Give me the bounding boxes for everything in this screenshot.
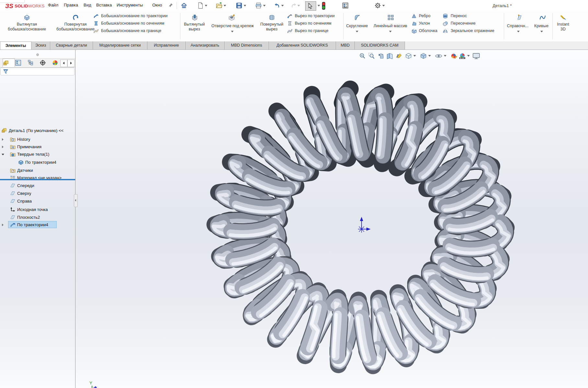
menu-insert[interactable]: Вставка (96, 3, 112, 7)
reference-geometry-caret[interactable] (517, 31, 520, 32)
tab-weldments[interactable]: Сварные детали (50, 41, 93, 50)
mirror-icon[interactable] (443, 28, 448, 34)
rib-button[interactable]: Ребро (419, 14, 431, 18)
boss-boundary-icon[interactable] (93, 28, 99, 34)
boss-boundary-button[interactable]: Бобышка/основание на границе (101, 28, 161, 33)
draft-button[interactable]: Уклон (419, 21, 430, 26)
home-icon[interactable] (181, 2, 187, 9)
tree-item-label[interactable]: По траектории4 (25, 159, 56, 166)
cut-loft-button[interactable]: Вырез по сечениям (295, 21, 331, 26)
shell-button[interactable]: Оболочка (419, 28, 437, 33)
wrap-button[interactable]: Перенос (451, 14, 467, 18)
wrap-icon[interactable] (443, 13, 448, 19)
tab-mbd[interactable]: MBD (336, 41, 355, 50)
tab-property-manager[interactable] (15, 59, 27, 67)
draft-icon[interactable] (411, 21, 417, 26)
boss-extrude-icon[interactable] (23, 14, 30, 21)
open-caret[interactable] (224, 5, 226, 6)
open-icon[interactable] (216, 2, 222, 9)
manager-tabs-scroll-left[interactable] (60, 60, 67, 67)
tree-item-label[interactable]: Справа (17, 198, 32, 205)
menu-edit[interactable]: Правка (64, 3, 78, 7)
collapse-icon[interactable] (2, 154, 4, 155)
tab-dimxpert-manager[interactable] (40, 59, 52, 67)
tree-item-label[interactable]: Материал <не указан> (17, 175, 62, 181)
menu-tools[interactable]: Инструменты (117, 3, 143, 7)
boss-loft-icon[interactable] (93, 21, 99, 26)
cut-revolve-icon[interactable] (268, 14, 275, 21)
hide-show-icon[interactable] (435, 52, 443, 60)
spring-model[interactable]: Y (0, 50, 588, 388)
tab-sw-addins[interactable]: Добавления SOLIDWORKS (269, 41, 336, 50)
save-icon[interactable] (236, 2, 242, 9)
previous-view-icon[interactable] (377, 52, 384, 60)
save-caret[interactable] (244, 5, 246, 6)
curves-button[interactable]: Кривые (530, 24, 553, 28)
expand-icon[interactable] (2, 138, 4, 141)
linear-pattern-icon[interactable] (387, 14, 394, 21)
hole-wizard-caret[interactable] (231, 31, 234, 32)
pin-icon[interactable] (168, 3, 174, 8)
properties-icon[interactable] (342, 2, 349, 9)
section-view-icon[interactable] (386, 52, 393, 60)
boss-sweep-button[interactable]: Бобышка/основание по траектории (101, 14, 167, 18)
tree-item-label[interactable]: Примечания (17, 144, 41, 150)
tab-sw-cam[interactable]: SOLIDWORKS CAM (355, 41, 405, 50)
boss-extrude-button[interactable]: Вытянутая бобышка/основание (0, 22, 54, 32)
tab-feature-tree[interactable] (3, 59, 15, 67)
tree-item-label[interactable]: Датчики (17, 167, 33, 174)
print-icon[interactable] (255, 2, 262, 9)
display-style-icon[interactable] (420, 52, 427, 60)
panel-grip[interactable] (36, 53, 39, 56)
settings-gear-icon[interactable] (375, 2, 381, 9)
tree-item-label[interactable]: Деталь1 (По умолчанию) << (9, 127, 63, 134)
cut-revolve-button[interactable]: Повернутый вырез (256, 22, 288, 32)
expand-icon[interactable] (2, 224, 4, 226)
curves-caret[interactable] (540, 31, 543, 32)
undo-icon[interactable] (274, 2, 281, 9)
tree-item-label[interactable]: History (17, 136, 30, 143)
manager-tabs-scroll-right[interactable] (67, 60, 75, 67)
hide-show-caret[interactable] (444, 55, 446, 57)
cut-sweep-button[interactable]: Вырез по траектории (295, 14, 335, 18)
boss-sweep-icon[interactable] (93, 13, 99, 19)
filter-box[interactable] (0, 68, 75, 75)
reference-geometry-icon[interactable] (516, 14, 523, 21)
hole-wizard-icon[interactable] (228, 14, 235, 21)
display-style-caret[interactable] (428, 55, 431, 57)
instant3d-button[interactable]: Instant 3D (551, 22, 575, 32)
boss-revolve-icon[interactable] (72, 14, 79, 21)
tab-configuration-manager[interactable] (27, 59, 40, 67)
reference-geometry-button[interactable]: Справочн... (504, 24, 531, 28)
tree-item-label[interactable]: Сверху (17, 190, 31, 197)
instant3d-icon[interactable] (560, 14, 567, 21)
tree-item-label[interactable]: По траектории4 (17, 222, 48, 228)
boss-revolve-button[interactable]: Повернутая бобышка/основание (52, 22, 99, 32)
cut-extrude-icon[interactable] (191, 14, 198, 21)
menu-file[interactable]: Файл (48, 3, 58, 7)
mirror-button[interactable]: Зеркальное отражение (451, 28, 494, 33)
tree-item-label[interactable]: Плоскость2 (17, 214, 40, 221)
tab-features[interactable]: Элементы (0, 41, 31, 50)
fillet-button[interactable]: Скругление (343, 24, 371, 28)
fillet-caret[interactable] (356, 31, 358, 32)
apply-scene-icon[interactable] (459, 52, 466, 60)
hole-wizard-button[interactable]: Отверстие под крепеж (209, 24, 256, 28)
panel-splitter-handle[interactable] (74, 194, 78, 207)
tab-sketch[interactable]: Эскиз (31, 41, 50, 50)
select-arrow-caret[interactable] (317, 5, 320, 6)
cut-extrude-button[interactable]: Вытянутый вырез (175, 22, 214, 32)
curves-icon[interactable] (539, 14, 546, 21)
linear-pattern-caret[interactable] (389, 31, 392, 32)
rollback-bar[interactable] (0, 179, 75, 180)
shell-icon[interactable] (411, 28, 417, 34)
print-caret[interactable] (263, 5, 266, 6)
zoom-fit-icon[interactable] (359, 52, 366, 60)
tab-mesh-modeling[interactable]: Моделирование сетки (93, 41, 147, 50)
tab-evaluate[interactable]: Анализировать (186, 41, 225, 50)
traffic-light-icon[interactable] (321, 2, 326, 10)
cut-loft-icon[interactable] (287, 21, 293, 26)
settings-caret[interactable] (382, 5, 385, 6)
tree-item-label[interactable]: Спереди (17, 183, 34, 189)
cut-boundary-icon[interactable] (287, 28, 293, 34)
